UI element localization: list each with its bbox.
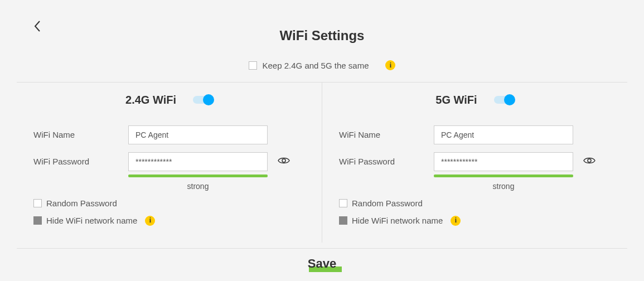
eye-icon[interactable] <box>278 156 290 167</box>
wifi-5g-hide-label: Hide WiFi network name <box>352 216 443 225</box>
wifi-5g-toggle[interactable] <box>494 96 514 104</box>
eye-icon[interactable] <box>583 156 595 167</box>
save-button[interactable]: Save <box>304 256 340 271</box>
wifi-24g-name-label: WiFi Name <box>33 130 128 139</box>
wifi-24g-random-label: Random Password <box>46 198 117 208</box>
wifi-24g-hide-checkbox[interactable] <box>33 216 42 225</box>
wifi-24g-hide-label: Hide WiFi network name <box>46 216 137 225</box>
wifi-5g-strength-label: strong <box>434 182 573 191</box>
keep-same-label: Keep 2.4G and 5G the same <box>263 61 369 70</box>
info-icon[interactable]: i <box>451 216 461 226</box>
keep-same-checkbox[interactable] <box>249 61 257 70</box>
wifi-24g-title: 2.4G WiFi <box>125 94 176 106</box>
wifi-5g-panel: 5G WiFi WiFi Name WiFi Password strong R… <box>322 83 627 243</box>
wifi-5g-name-label: WiFi Name <box>339 130 434 139</box>
wifi-5g-password-input[interactable] <box>434 152 573 171</box>
back-button[interactable] <box>33 20 41 35</box>
wifi-24g-panel: 2.4G WiFi WiFi Name WiFi Password strong… <box>17 83 322 243</box>
info-icon[interactable]: i <box>145 216 155 226</box>
svg-point-1 <box>588 159 591 162</box>
svg-point-0 <box>282 159 285 162</box>
wifi-5g-name-input[interactable] <box>434 125 573 144</box>
wifi-24g-password-label: WiFi Password <box>33 157 128 166</box>
wifi-24g-strength-label: strong <box>128 182 268 191</box>
wifi-5g-random-label: Random Password <box>352 198 423 208</box>
keep-same-row: Keep 2.4G and 5G the same i <box>0 60 644 82</box>
wifi-5g-password-label: WiFi Password <box>339 157 434 166</box>
wifi-5g-random-checkbox[interactable] <box>339 199 347 207</box>
wifi-24g-password-input[interactable] <box>128 152 268 171</box>
wifi-5g-strength-bar <box>434 175 573 177</box>
info-icon[interactable]: i <box>385 60 395 70</box>
wifi-5g-hide-checkbox[interactable] <box>339 216 347 225</box>
wifi-24g-toggle[interactable] <box>193 96 213 104</box>
page-title: WiFi Settings <box>0 0 644 60</box>
wifi-5g-title: 5G WiFi <box>435 94 477 106</box>
wifi-24g-strength-bar <box>128 175 268 177</box>
wifi-24g-random-checkbox[interactable] <box>33 199 42 207</box>
wifi-24g-name-input[interactable] <box>128 125 268 144</box>
